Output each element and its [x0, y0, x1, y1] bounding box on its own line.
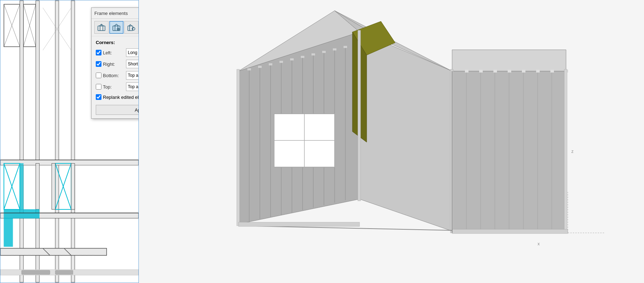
svg-rect-11: [20, 1, 23, 282]
dialog-titlebar: Frame elements ✕: [91, 8, 139, 19]
replank-label: Replank edited elements: [103, 95, 139, 100]
svg-rect-80: [258, 66, 262, 68]
field-row-left: Left: Long L left ▶: [96, 48, 139, 57]
top-checkbox[interactable]: [96, 84, 101, 90]
bottom-dropdown[interactable]: Top and bottom example ▶: [126, 71, 139, 80]
apply-button[interactable]: Apply (Alt+3): [96, 105, 139, 115]
svg-rect-14: [71, 1, 75, 282]
dialog-content: Corners: Left: Long L left ▶ Right: Shor…: [91, 36, 139, 118]
svg-rect-23: [20, 164, 23, 209]
svg-rect-26: [71, 164, 75, 209]
svg-rect-34: [55, 270, 73, 274]
svg-rect-101: [536, 70, 540, 73]
frame-elements-dialog: Frame elements ✕: [91, 7, 139, 119]
svg-rect-25: [52, 164, 55, 209]
3d-view-panel: z x: [139, 0, 644, 283]
top-dropdown[interactable]: Top and bottom example ▶: [126, 82, 139, 91]
svg-rect-84: [301, 56, 304, 58]
toolbar-btn-1[interactable]: [94, 21, 109, 34]
top-label: Top:: [103, 84, 126, 90]
svg-rect-13: [55, 1, 59, 282]
svg-rect-96: [465, 70, 468, 73]
corners-label: Corners:: [96, 40, 139, 45]
svg-rect-29: [0, 248, 106, 255]
svg-text:z: z: [571, 149, 574, 154]
dialog-title: Frame elements: [94, 11, 128, 16]
svg-marker-68: [452, 50, 566, 71]
replank-checkbox[interactable]: [96, 94, 101, 100]
left-label: Left:: [103, 50, 126, 55]
left-dropdown[interactable]: Long L left ▶: [126, 48, 139, 57]
svg-rect-109: [237, 69, 240, 226]
bottom-checkbox[interactable]: [96, 73, 101, 78]
right-value: Short: [128, 62, 138, 66]
svg-rect-33: [22, 270, 50, 274]
svg-rect-88: [344, 46, 347, 48]
svg-text:x: x: [538, 241, 540, 246]
right-checkbox[interactable]: [96, 61, 101, 67]
svg-rect-24: [36, 164, 39, 209]
toolbar-btn-3[interactable]: [124, 21, 138, 34]
svg-rect-12: [36, 1, 39, 282]
svg-rect-115: [452, 229, 568, 234]
svg-rect-98: [493, 70, 497, 73]
left-value: Long L left: [128, 50, 139, 55]
svg-rect-41: [98, 26, 105, 31]
toolbar-btn-2[interactable]: [109, 21, 124, 34]
field-row-bottom: Bottom: Top and bottom example ▶: [96, 71, 139, 80]
bottom-label: Bottom:: [103, 73, 126, 78]
svg-rect-110: [358, 30, 361, 201]
svg-rect-83: [290, 58, 294, 60]
svg-rect-114: [239, 222, 360, 226]
field-row-right: Right: Short ▶: [96, 59, 139, 69]
cad-panel: Frame elements ✕: [0, 0, 139, 283]
field-row-top: Top: Top and bottom example ▶: [96, 82, 139, 91]
bottom-value: Top and bottom example: [128, 73, 139, 78]
svg-rect-100: [522, 70, 525, 73]
right-label: Right:: [103, 62, 126, 67]
svg-rect-28: [4, 218, 13, 247]
svg-rect-87: [333, 48, 336, 50]
svg-rect-79: [247, 68, 251, 70]
svg-rect-85: [311, 53, 315, 55]
svg-rect-82: [279, 61, 283, 63]
svg-rect-99: [508, 70, 511, 73]
left-checkbox[interactable]: [96, 50, 101, 55]
top-value: Top and bottom example: [128, 84, 139, 89]
svg-rect-112: [564, 69, 567, 233]
replank-row: Replank edited elements: [96, 94, 139, 100]
svg-rect-97: [479, 70, 483, 73]
svg-rect-27: [4, 209, 39, 218]
right-dropdown[interactable]: Short ▶: [126, 60, 139, 68]
dialog-toolbar: [91, 19, 139, 36]
svg-rect-86: [322, 51, 326, 53]
svg-rect-81: [269, 63, 272, 65]
svg-rect-102: [550, 70, 554, 73]
